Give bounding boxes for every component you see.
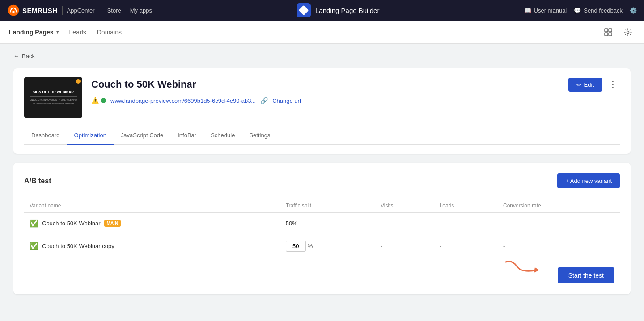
col-conversion-rate: Conversion rate bbox=[498, 199, 620, 213]
edit-button[interactable]: ✏ Edit bbox=[568, 78, 602, 92]
settings-icon-secondary[interactable] bbox=[621, 25, 635, 39]
landing-pages-dropdown[interactable]: Landing Pages ▾ bbox=[9, 29, 59, 36]
arrow-graphic bbox=[504, 258, 544, 282]
start-test-button[interactable]: Start the test bbox=[558, 267, 614, 283]
traffic-split-input[interactable] bbox=[286, 241, 306, 252]
app-branding: Landing Page Builder bbox=[161, 3, 515, 17]
live-badge bbox=[76, 79, 80, 84]
send-feedback-button[interactable]: 💬 Send feedback bbox=[574, 7, 623, 14]
user-manual-button[interactable]: 📖 User manual bbox=[524, 7, 567, 14]
tab-schedule[interactable]: Schedule bbox=[203, 127, 242, 145]
top-navigation: SEMRUSH AppCenter Store My apps Landing … bbox=[0, 0, 644, 21]
table-row: ✅ Couch to 50K Webinar copy % - bbox=[24, 234, 620, 258]
leads-cell-2: - bbox=[434, 234, 498, 258]
message-icon: 💬 bbox=[574, 7, 581, 14]
secondary-nav-left: Landing Pages ▾ Leads Domains bbox=[9, 27, 601, 38]
ab-header: A/B test + Add new variant bbox=[24, 173, 620, 188]
svg-rect-5 bbox=[609, 33, 612, 36]
store-link[interactable]: Store bbox=[107, 7, 121, 14]
settings-button[interactable]: ⚙️ bbox=[630, 7, 637, 14]
variant-name-2: Couch to 50K Webinar copy bbox=[42, 243, 114, 249]
conversion-value-1: - bbox=[503, 220, 505, 227]
svg-point-1 bbox=[12, 11, 14, 13]
svg-rect-2 bbox=[605, 29, 608, 32]
back-label: Back bbox=[22, 53, 35, 59]
warning-icon: ⚠️ bbox=[91, 97, 99, 104]
leads-tab[interactable]: Leads bbox=[69, 27, 86, 38]
conversion-cell-1: - bbox=[498, 213, 620, 234]
domains-tab[interactable]: Domains bbox=[97, 27, 122, 38]
grid-view-button[interactable] bbox=[601, 25, 615, 39]
leads-value-2: - bbox=[440, 243, 441, 249]
back-arrow-icon: ← bbox=[13, 53, 19, 59]
page-header: SIGN UP FOR WEBINAR UNLOCKING INNOVATION… bbox=[24, 77, 620, 118]
tab-optimization[interactable]: Optimization bbox=[67, 127, 114, 145]
svg-point-0 bbox=[8, 5, 19, 16]
ab-test-section: A/B test + Add new variant Variant name … bbox=[13, 163, 631, 294]
table-row: ✅ Couch to 50K Webinar MAIN 50% - - bbox=[24, 213, 620, 234]
ab-table: Variant name Traffic split Visits Leads … bbox=[24, 199, 620, 258]
page-card: SIGN UP FOR WEBINAR UNLOCKING INNOVATION… bbox=[13, 68, 631, 154]
visits-value-2: - bbox=[381, 243, 382, 249]
traffic-split-cell-1: 50% bbox=[280, 213, 375, 234]
change-url-button[interactable]: Change url bbox=[272, 97, 301, 104]
tab-settings[interactable]: Settings bbox=[242, 127, 277, 145]
variant-name-cell-2: ✅ Couch to 50K Webinar copy bbox=[24, 234, 280, 258]
check-green-icon-1: ✅ bbox=[30, 219, 38, 228]
traffic-split-wrapper-2: % bbox=[286, 241, 370, 252]
leads-cell-1: - bbox=[434, 213, 498, 234]
visits-cell-1: - bbox=[375, 213, 434, 234]
variant-name-wrapper-2: ✅ Couch to 50K Webinar copy bbox=[30, 242, 275, 250]
thumbnail-small-text: Join us to discover what this live webin… bbox=[30, 102, 77, 105]
app-icon-box bbox=[297, 3, 311, 17]
col-traffic-split: Traffic split bbox=[280, 199, 375, 213]
ab-footer: Start the test bbox=[24, 258, 620, 283]
svg-rect-3 bbox=[609, 29, 612, 32]
copy-link-icon[interactable]: 🔗 bbox=[260, 97, 268, 104]
ab-title: A/B test bbox=[24, 177, 51, 185]
thumbnail-title: SIGN UP FOR WEBINAR bbox=[30, 90, 77, 94]
col-variant-name: Variant name bbox=[24, 199, 280, 213]
leads-value-1: - bbox=[440, 220, 441, 227]
app-icon-diamond bbox=[299, 5, 309, 16]
secondary-navigation: Landing Pages ▾ Leads Domains bbox=[0, 21, 644, 44]
page-tabs: Dashboard Optimization JavaScript Code I… bbox=[24, 127, 620, 145]
page-url-link[interactable]: www.landpage-preview.com/6699b1d5-6c9d-4… bbox=[110, 97, 256, 104]
chevron-down-icon: ▾ bbox=[56, 30, 59, 34]
more-options-button[interactable]: ⋮ bbox=[606, 77, 620, 92]
traffic-split-value-1: 50% bbox=[286, 220, 297, 227]
semrush-text: SEMRUSH bbox=[22, 7, 58, 14]
page-info: Couch to 50K Webinar ✏ Edit ⋮ ⚠️ www. bbox=[91, 77, 620, 104]
add-variant-button[interactable]: + Add new variant bbox=[557, 173, 620, 188]
conversion-value-2: - bbox=[503, 243, 505, 249]
semrush-logo[interactable]: SEMRUSH AppCenter bbox=[7, 4, 95, 17]
main-badge: MAIN bbox=[104, 220, 121, 227]
tab-javascript-code[interactable]: JavaScript Code bbox=[114, 127, 170, 145]
page-title: Couch to 50K Webinar bbox=[91, 79, 196, 90]
percent-sign: % bbox=[308, 243, 313, 249]
variant-name-1: Couch to 50K Webinar bbox=[42, 220, 101, 227]
app-center-text: AppCenter bbox=[67, 7, 95, 14]
variant-name-cell-1: ✅ Couch to 50K Webinar MAIN bbox=[24, 213, 280, 234]
my-apps-link[interactable]: My apps bbox=[130, 7, 152, 14]
visits-cell-2: - bbox=[375, 234, 434, 258]
conversion-cell-2: - bbox=[498, 234, 620, 258]
thumbnail-sub: UNLOCKING INNOVATION - A LIVE WEBINAR bbox=[30, 98, 77, 101]
send-feedback-label: Send feedback bbox=[584, 7, 623, 14]
tab-dashboard[interactable]: Dashboard bbox=[24, 127, 67, 145]
logo-divider bbox=[62, 6, 63, 15]
col-leads: Leads bbox=[434, 199, 498, 213]
green-dot-icon bbox=[101, 98, 106, 103]
gear-icon: ⚙️ bbox=[630, 7, 637, 14]
user-manual-label: User manual bbox=[534, 7, 567, 14]
tab-infobar[interactable]: InfoBar bbox=[170, 127, 203, 145]
check-green-icon-2: ✅ bbox=[30, 242, 38, 250]
svg-point-6 bbox=[627, 31, 629, 33]
back-button[interactable]: ← Back bbox=[13, 53, 631, 59]
svg-marker-7 bbox=[534, 267, 539, 273]
table-header-row: Variant name Traffic split Visits Leads … bbox=[24, 199, 620, 213]
top-nav-links: Store My apps bbox=[107, 7, 152, 14]
page-url-row: ⚠️ www.landpage-preview.com/6699b1d5-6c9… bbox=[91, 97, 620, 104]
secondary-nav-right bbox=[601, 25, 635, 39]
main-content: ← Back SIGN UP FOR WEBINAR UNLOCKING INN… bbox=[0, 44, 644, 303]
